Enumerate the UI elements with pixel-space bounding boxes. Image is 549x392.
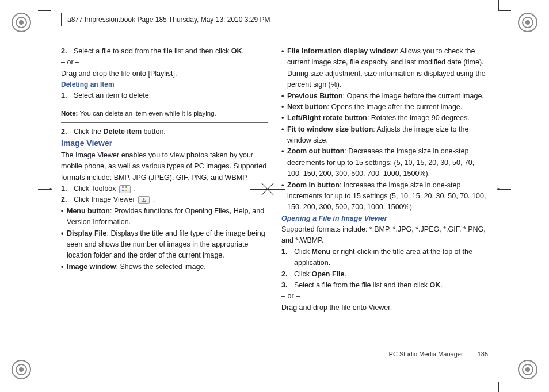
step-number: 2. (61, 194, 74, 205)
divider (61, 122, 268, 123)
intro-text: Supported formats include: *.BMP, *.JPG,… (281, 224, 488, 247)
step-text: Drag and drop the file onto Viewer. (281, 302, 488, 313)
toolbox-icon (119, 185, 131, 193)
list-item: 2. Select a file to add from the file li… (61, 46, 268, 57)
image-viewer-icon (138, 196, 150, 204)
left-column: 2. Select a file to add from the file li… (61, 46, 268, 347)
step-number: 2. (281, 269, 294, 280)
bullet-item: •Previous Button: Opens the image before… (281, 91, 488, 102)
step-number: 1. (61, 90, 74, 101)
svg-rect-0 (122, 186, 124, 188)
step-text: Click Image Viewer . (74, 194, 268, 205)
step-number: 1. (61, 183, 74, 194)
registration-mark-icon (12, 360, 31, 379)
step-text: Click the Delete item button. (74, 126, 268, 137)
divider (61, 105, 268, 105)
svg-rect-3 (125, 190, 127, 191)
page: a877 Impression.book Page 185 Thursday, … (0, 0, 549, 392)
list-item: 2. Click Image Viewer . (61, 194, 268, 205)
registration-mark-icon (518, 13, 537, 32)
heading-deleting-item: Deleting an Item (61, 79, 268, 90)
list-item: 1. Click Toolbox . (61, 183, 268, 194)
step-text: Select a file from the file list and the… (294, 280, 488, 291)
step-text: Click Open File. (294, 269, 488, 280)
or-separator: – or – (61, 57, 268, 68)
step-number: 2. (61, 46, 74, 57)
note: Note: You can delete an item even while … (61, 109, 268, 119)
heading-image-viewer: Image Viewer (61, 137, 268, 150)
bullet-item: •Menu button: Provides functions for Ope… (61, 206, 268, 228)
list-item: 2. Click the Delete item button. (61, 126, 268, 137)
list-item: 1. Select an item to delete. (61, 90, 268, 101)
bullet-item: •Next button: Opens the image after the … (281, 102, 488, 113)
registration-mark-icon (12, 13, 31, 32)
step-text: Click Menu or right-click in the title a… (294, 247, 488, 269)
svg-rect-1 (125, 186, 127, 188)
svg-rect-2 (122, 190, 124, 191)
step-text: Drag and drop the file onto [Playlist]. (61, 68, 268, 79)
step-number: 2. (61, 126, 74, 137)
list-item: 1. Click Menu or right-click in the titl… (281, 247, 488, 269)
content-area: 2. Select a file to add from the file li… (61, 46, 488, 347)
bullet-item: •Fit to window size button: Adjusts the … (281, 124, 488, 147)
step-text: Click Toolbox . (74, 183, 268, 194)
running-header: a877 Impression.book Page 185 Thursday, … (61, 13, 276, 26)
list-item: 2. Click Open File. (281, 269, 488, 280)
step-text: Select a file to add from the file list … (74, 46, 268, 57)
or-separator: – or – (281, 291, 488, 302)
bullet-item: •Left/Right rotate button: Rotates the i… (281, 113, 488, 124)
page-number: 185 (478, 351, 488, 358)
bullet-item: •File information display window: Allows… (281, 46, 488, 91)
step-number: 3. (281, 280, 294, 291)
intro-text: The Image Viewer enables you to view pho… (61, 150, 268, 183)
bullet-item: •Zoom out button: Decreases the image si… (281, 146, 488, 179)
bullet-item: •Display File: Displays the title and fi… (61, 228, 268, 262)
step-number: 1. (281, 247, 294, 269)
bullet-item: •Zoom in button: Increases the image siz… (281, 180, 488, 213)
bullet-item: •Image window: Shows the selected image. (61, 262, 268, 272)
right-column: •File information display window: Allows… (281, 46, 488, 347)
registration-mark-icon (518, 360, 537, 379)
section-name: PC Studio Media Manager (389, 351, 463, 358)
step-text: Select an item to delete. (74, 90, 268, 101)
svg-point-4 (143, 198, 145, 200)
list-item: 3. Select a file from the file list and … (281, 280, 488, 291)
heading-opening-file: Opening a File in Image Viewer (281, 213, 488, 224)
page-footer: PC Studio Media Manager 185 (389, 351, 488, 358)
